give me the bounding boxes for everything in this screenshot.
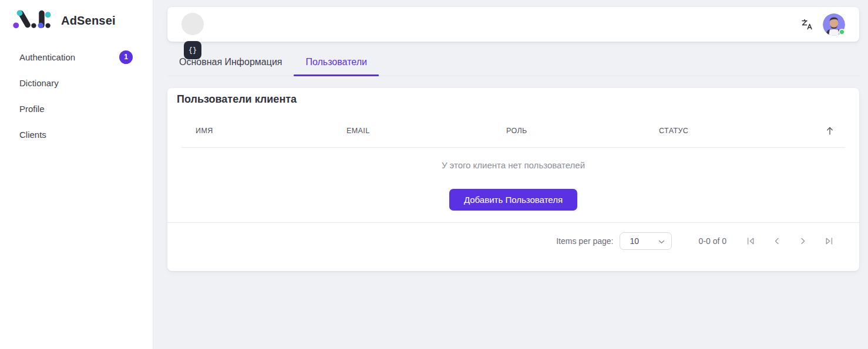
sidebar-item-clients[interactable]: Clients — [0, 121, 153, 147]
topbar — [167, 7, 859, 42]
sort-arrow-icon[interactable] — [822, 126, 845, 136]
sidebar-nav: Authentication 1 Dictionary Profile Clie… — [0, 44, 153, 147]
sidebar-item-label: Authentication — [19, 52, 75, 62]
topbar-actions — [800, 7, 845, 42]
column-header-role: РОЛЬ — [492, 127, 645, 135]
column-header-name: ИМЯ — [181, 127, 332, 135]
tab-bar: Основная Информация Пользователи — [167, 57, 859, 76]
client-logo-placeholder — [181, 13, 204, 35]
paginator-nav — [745, 235, 835, 247]
notification-badge: 1 — [119, 50, 133, 64]
add-user-button[interactable]: Добавить Пользователя — [449, 189, 577, 211]
adsensei-logo-icon — [13, 10, 52, 31]
page-size-value: 10 — [630, 236, 640, 246]
online-status-dot — [839, 29, 845, 35]
tab-users[interactable]: Пользователи — [294, 57, 378, 76]
sidebar: AdSensei Authentication 1 Dictionary Pro… — [0, 0, 153, 349]
sidebar-item-dictionary[interactable]: Dictionary — [0, 70, 153, 96]
sidebar-item-label: Clients — [19, 130, 46, 140]
sidebar-item-label: Profile — [19, 104, 45, 114]
column-header-status: СТАТУС — [645, 127, 822, 135]
previous-page-icon[interactable] — [771, 235, 783, 247]
next-page-icon[interactable] — [797, 235, 809, 247]
sidebar-item-profile[interactable]: Profile — [0, 96, 153, 121]
last-page-icon[interactable] — [823, 235, 835, 247]
page-size-select[interactable]: 10 — [620, 232, 672, 250]
sidebar-item-label: Dictionary — [19, 78, 59, 88]
translate-icon[interactable] — [800, 18, 813, 31]
chevron-down-icon — [658, 236, 665, 246]
user-avatar[interactable] — [823, 13, 845, 36]
column-header-email: EMAIL — [332, 127, 492, 135]
tab-basic-info[interactable]: Основная Информация — [167, 57, 294, 76]
items-per-page-label: Items per page: — [556, 236, 613, 246]
sidebar-item-authentication[interactable]: Authentication 1 — [0, 44, 153, 70]
brand: AdSensei — [13, 10, 116, 31]
first-page-icon[interactable] — [745, 235, 757, 247]
paginator: Items per page: 10 0-0 of 0 — [167, 222, 859, 259]
paginator-range-label: 0-0 of 0 — [699, 236, 726, 246]
empty-state-message: У этого клиента нет пользователей — [167, 160, 859, 170]
code-tooltip: {} — [184, 41, 201, 59]
client-users-card: Пользователи клиента ИМЯ EMAIL РОЛЬ СТАТ… — [167, 88, 859, 271]
card-title: Пользователи клиента — [177, 93, 297, 106]
brand-name: AdSensei — [61, 14, 116, 28]
table-header-row: ИМЯ EMAIL РОЛЬ СТАТУС — [181, 114, 845, 148]
